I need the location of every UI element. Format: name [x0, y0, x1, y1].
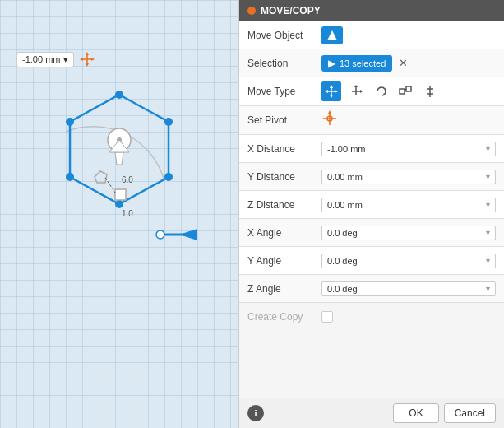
svg-point-9: [164, 173, 173, 181]
x-angle-content: 0.0 deg ▾: [321, 226, 496, 240]
svg-marker-46: [328, 110, 331, 114]
selection-row: Selection ▶ 13 selected ✕: [239, 49, 504, 77]
y-distance-arrow: ▾: [486, 172, 490, 181]
move-type-align-button[interactable]: [420, 81, 440, 101]
y-angle-value: 0.0 deg: [327, 256, 358, 266]
header-dot: [247, 7, 256, 15]
move-type-row: Move Type: [239, 77, 504, 106]
create-copy-label: Create Copy: [247, 311, 321, 323]
info-button[interactable]: i: [247, 405, 264, 421]
footer-buttons: OK Cancel: [393, 403, 496, 423]
panel: MOVE/COPY Move Object Selection ▶ 13: [238, 0, 504, 428]
y-angle-input[interactable]: 0.0 deg ▾: [321, 254, 496, 268]
cursor-icon: ▶: [328, 58, 335, 69]
x-angle-input[interactable]: 0.0 deg ▾: [321, 226, 496, 240]
create-copy-checkbox[interactable]: [321, 311, 333, 323]
z-distance-input[interactable]: 0.00 mm ▾: [321, 198, 496, 212]
move-type-label: Move Type: [247, 86, 321, 97]
panel-body: Move Object Selection ▶ 13 selected ✕: [239, 21, 504, 398]
set-pivot-icon[interactable]: [321, 110, 338, 130]
selection-content: ▶ 13 selected ✕: [321, 55, 496, 72]
z-distance-arrow: ▾: [486, 200, 490, 209]
x-distance-content: -1.00 mm ▾: [321, 142, 496, 156]
move-object-content: [321, 26, 496, 44]
svg-marker-17: [115, 152, 123, 165]
z-angle-arrow: ▾: [486, 284, 490, 293]
svg-point-8: [164, 118, 173, 126]
selection-badge[interactable]: ▶ 13 selected: [321, 55, 392, 72]
canvas-drawing: 6.0 1.0: [0, 0, 238, 428]
y-angle-content: 0.0 deg ▾: [321, 254, 496, 268]
info-label: i: [254, 408, 257, 418]
svg-marker-33: [360, 90, 363, 93]
svg-rect-16: [115, 189, 126, 200]
svg-marker-15: [95, 171, 107, 183]
set-pivot-row: Set Pivot: [239, 106, 504, 135]
svg-marker-29: [330, 95, 333, 98]
canvas-area: -1.00 mm ▾: [0, 0, 238, 428]
svg-point-7: [115, 91, 123, 99]
cancel-button[interactable]: Cancel: [444, 403, 496, 423]
y-distance-input[interactable]: 0.00 mm ▾: [321, 170, 496, 184]
svg-point-12: [66, 118, 74, 126]
move-type-scale-button[interactable]: [395, 81, 415, 101]
x-angle-row: X Angle 0.0 deg ▾: [239, 219, 504, 247]
move-type-rotate-button[interactable]: [371, 81, 391, 101]
set-pivot-content: [321, 110, 496, 130]
x-distance-label: X Distance: [247, 143, 321, 155]
move-object-row: Move Object: [239, 21, 504, 49]
z-distance-content: 0.00 mm ▾: [321, 198, 496, 212]
x-angle-value: 0.0 deg: [327, 228, 358, 238]
y-distance-content: 0.00 mm ▾: [321, 170, 496, 184]
z-distance-value: 0.00 mm: [327, 200, 363, 210]
svg-marker-35: [354, 85, 358, 87]
selection-clear-button[interactable]: ✕: [399, 57, 408, 69]
set-pivot-label: Set Pivot: [247, 114, 321, 126]
y-angle-row: Y Angle 0.0 deg ▾: [239, 247, 504, 275]
y-distance-row: Y Distance 0.00 mm ▾: [239, 163, 504, 191]
x-angle-label: X Angle: [247, 227, 321, 239]
svg-marker-30: [325, 90, 328, 93]
z-distance-label: Z Distance: [247, 199, 321, 211]
svg-point-11: [66, 173, 74, 181]
y-distance-value: 0.00 mm: [327, 172, 363, 182]
svg-text:6.0: 6.0: [122, 175, 133, 184]
z-angle-row: Z Angle 0.0 deg ▾: [239, 275, 504, 303]
y-angle-label: Y Angle: [247, 255, 321, 267]
svg-text:1.0: 1.0: [122, 209, 133, 218]
z-angle-label: Z Angle: [247, 283, 321, 295]
panel-title: MOVE/COPY: [261, 5, 321, 16]
move-object-label: Move Object: [247, 30, 321, 41]
z-distance-row: Z Distance 0.00 mm ▾: [239, 191, 504, 219]
z-angle-value: 0.0 deg: [327, 284, 358, 294]
svg-point-24: [156, 230, 164, 239]
y-distance-label: Y Distance: [247, 171, 321, 183]
y-angle-arrow: ▾: [486, 256, 490, 265]
x-distance-input[interactable]: -1.00 mm ▾: [321, 142, 496, 156]
selection-label: Selection: [247, 58, 321, 69]
svg-rect-37: [400, 89, 405, 94]
svg-marker-25: [327, 30, 337, 40]
move-object-button[interactable]: [321, 26, 343, 44]
svg-marker-28: [330, 85, 333, 88]
svg-line-21: [105, 178, 115, 193]
move-type-move-button[interactable]: [321, 81, 341, 101]
svg-point-10: [115, 200, 123, 208]
panel-header: MOVE/COPY: [239, 0, 504, 21]
move-type-content: [321, 81, 496, 101]
svg-marker-31: [335, 90, 338, 93]
x-distance-row: X Distance -1.00 mm ▾: [239, 135, 504, 163]
create-copy-row: Create Copy: [239, 303, 504, 331]
svg-rect-38: [406, 86, 411, 91]
ok-button[interactable]: OK: [393, 403, 438, 423]
x-distance-arrow: ▾: [486, 144, 490, 153]
z-angle-input[interactable]: 0.0 deg ▾: [321, 281, 496, 296]
selection-count: 13 selected: [340, 58, 386, 68]
x-distance-value: -1.00 mm: [327, 144, 365, 154]
panel-footer: i OK Cancel: [239, 398, 504, 428]
x-angle-arrow: ▾: [486, 228, 490, 237]
move-type-translate-button[interactable]: [346, 81, 366, 101]
z-angle-content: 0.0 deg ▾: [321, 281, 496, 296]
